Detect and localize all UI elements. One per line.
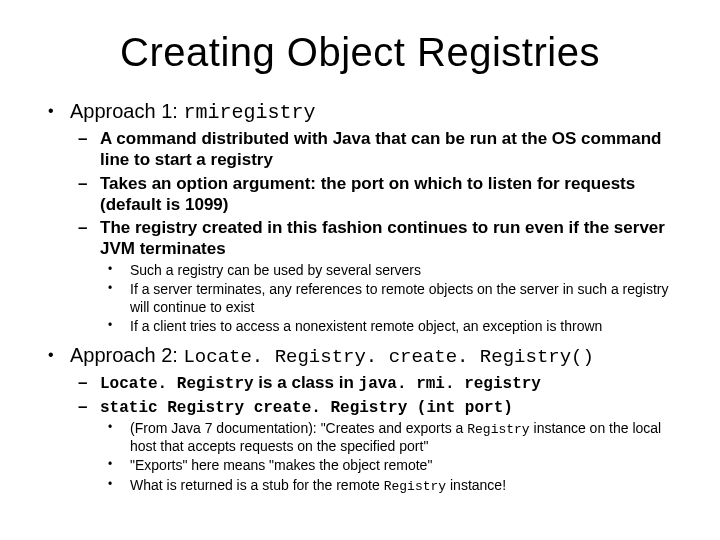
approach-1-heading: Approach 1: rmiregistry [40, 100, 680, 124]
slide: Creating Object Registries Approach 1: r… [0, 0, 720, 540]
approach-2-heading-text: Approach 2: [70, 344, 183, 366]
approach-1-sub-1: A command distributed with Java that can… [40, 128, 680, 171]
approach-2-subsub-3-code: Registry [384, 479, 446, 494]
approach-2-sub-2: static Registry create. Registry (int po… [40, 396, 680, 418]
approach-2-sub-1-mid: is a class in [254, 373, 359, 392]
approach-2-sub-1-code-2: java. rmi. registry [359, 375, 541, 393]
approach-2-heading-code: Locate. Registry. create. Registry() [183, 346, 593, 368]
approach-1-subsub-2: If a server terminates, any references t… [40, 281, 680, 316]
approach-1-sub-3: The registry created in this fashion con… [40, 217, 680, 260]
approach-2-subsub-1: (From Java 7 documentation): "Creates an… [40, 420, 680, 456]
approach-1-heading-text: Approach 1: [70, 100, 183, 122]
approach-2-subsub-2: "Exports" here means "makes the object r… [40, 457, 680, 475]
approach-2-subsub-3: What is returned is a stub for the remot… [40, 477, 680, 495]
approach-2-subsub-3-pre: What is returned is a stub for the remot… [130, 477, 384, 493]
approach-1-sub-2: Takes an option argument: the port on wh… [40, 173, 680, 216]
approach-2-sub-2-code: static Registry create. Registry (int po… [100, 399, 513, 417]
approach-2-sub-1: Locate. Registry is a class in java. rmi… [40, 372, 680, 394]
approach-2-subsub-1-pre: (From Java 7 documentation): "Creates an… [130, 420, 467, 436]
approach-2-subsub-1-code: Registry [467, 422, 529, 437]
approach-2-sub-1-code-1: Locate. Registry [100, 375, 254, 393]
approach-1-subsub-3: If a client tries to access a nonexisten… [40, 318, 680, 336]
approach-2-subsub-3-post: instance! [446, 477, 506, 493]
approach-2-heading: Approach 2: Locate. Registry. create. Re… [40, 344, 680, 368]
approach-1-subsub-1: Such a registry can be used by several s… [40, 262, 680, 280]
slide-title: Creating Object Registries [40, 30, 680, 75]
approach-1-heading-code: rmiregistry [183, 101, 315, 124]
